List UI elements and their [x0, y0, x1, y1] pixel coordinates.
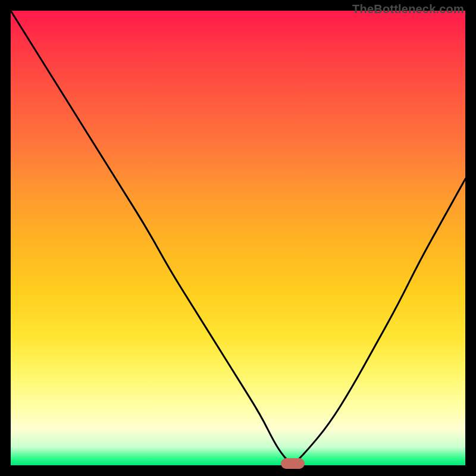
- chart-frame: TheBottleneck.com: [0, 0, 476, 476]
- optimal-point-marker: [281, 458, 305, 469]
- bottleneck-curve: [11, 11, 465, 465]
- source-watermark: TheBottleneck.com: [352, 2, 464, 16]
